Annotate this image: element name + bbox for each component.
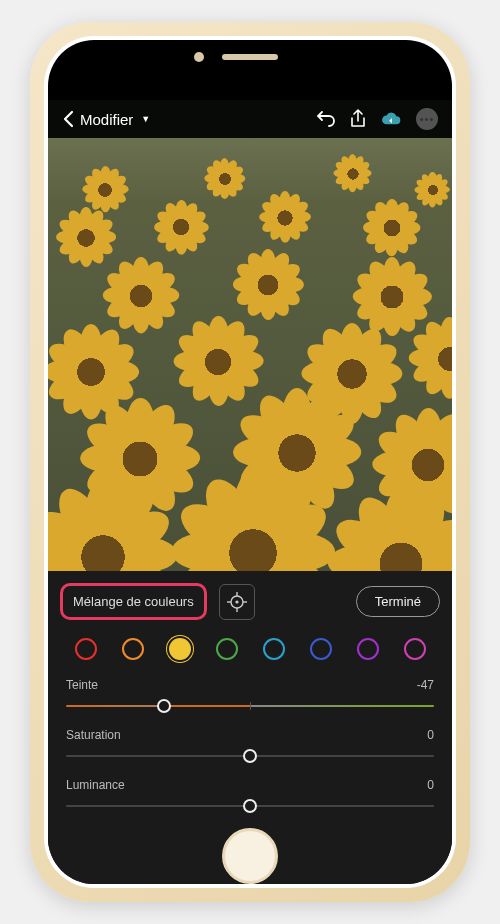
hue-value: -47 xyxy=(417,678,434,692)
phone-camera xyxy=(194,52,204,62)
done-button[interactable]: Terminé xyxy=(356,586,440,617)
color-swatch[interactable] xyxy=(169,638,191,660)
status-bar xyxy=(48,40,452,100)
luminance-value: 0 xyxy=(427,778,434,792)
color-swatch[interactable] xyxy=(357,638,379,660)
luminance-slider[interactable] xyxy=(66,798,434,814)
share-icon[interactable] xyxy=(350,109,366,129)
saturation-value: 0 xyxy=(427,728,434,742)
color-swatch[interactable] xyxy=(216,638,238,660)
saturation-slider[interactable] xyxy=(66,748,434,764)
luminance-slider-thumb[interactable] xyxy=(243,799,257,813)
color-mix-button[interactable]: Mélange de couleurs xyxy=(60,583,207,620)
luminance-slider-group: Luminance 0 xyxy=(48,774,452,824)
luminance-label: Luminance xyxy=(66,778,125,792)
color-swatch[interactable] xyxy=(122,638,144,660)
color-swatch[interactable] xyxy=(404,638,426,660)
photo-canvas[interactable] xyxy=(48,138,452,571)
more-options-icon[interactable]: ••• xyxy=(416,108,438,130)
svg-point-1 xyxy=(235,600,238,603)
chevron-down-icon[interactable]: ▼ xyxy=(141,114,150,124)
page-title[interactable]: Modifier xyxy=(80,111,133,128)
hue-slider-group: Teinte -47 xyxy=(48,674,452,724)
phone-device-frame: Modifier ▼ ••• xyxy=(30,22,470,902)
color-swatch-row xyxy=(48,630,452,674)
app-screen: Modifier ▼ ••• xyxy=(48,40,452,884)
color-swatch[interactable] xyxy=(310,638,332,660)
back-icon[interactable] xyxy=(62,110,74,128)
cloud-sync-icon[interactable] xyxy=(380,111,402,127)
undo-icon[interactable] xyxy=(316,111,336,127)
color-swatch[interactable] xyxy=(75,638,97,660)
target-adjustment-icon[interactable] xyxy=(219,584,255,620)
top-nav: Modifier ▼ ••• xyxy=(48,100,452,138)
color-swatch[interactable] xyxy=(263,638,285,660)
saturation-slider-group: Saturation 0 xyxy=(48,724,452,774)
hue-slider-thumb[interactable] xyxy=(157,699,171,713)
hue-slider[interactable] xyxy=(66,698,434,714)
saturation-label: Saturation xyxy=(66,728,121,742)
home-button[interactable] xyxy=(222,828,278,884)
saturation-slider-thumb[interactable] xyxy=(243,749,257,763)
hue-label: Teinte xyxy=(66,678,98,692)
phone-speaker xyxy=(222,54,278,60)
